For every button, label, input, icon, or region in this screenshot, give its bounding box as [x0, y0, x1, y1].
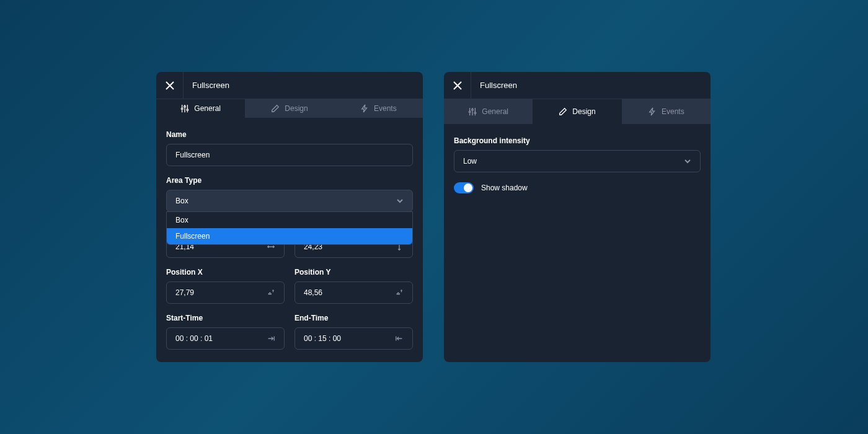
- svg-point-3: [469, 111, 471, 113]
- panel-header: Fullscreen: [444, 72, 711, 99]
- start-time-input[interactable]: 00 : 00 : 01: [166, 327, 285, 350]
- tab-events[interactable]: Events: [334, 99, 423, 118]
- field-area-type: Area Type Box Box Fullscreen: [166, 176, 413, 212]
- pos-y-icon: [395, 288, 404, 297]
- svg-point-5: [474, 112, 476, 114]
- sliders-icon: [468, 107, 477, 116]
- field-pos-x: Position X 27,79: [166, 268, 285, 304]
- name-input[interactable]: Fullscreen: [166, 144, 413, 166]
- properties-panel-general: Fullscreen General Design Events Name Fu…: [156, 72, 423, 362]
- sliders-icon: [180, 104, 189, 113]
- tab-events[interactable]: Events: [622, 99, 711, 124]
- svg-point-2: [187, 109, 188, 111]
- close-icon: [453, 81, 462, 90]
- pos-y-input[interactable]: 48,56: [294, 281, 413, 304]
- field-label: Name: [166, 130, 413, 139]
- field-label: End-Time: [294, 314, 413, 322]
- toggle-knob: [464, 184, 472, 192]
- row-position: Position X 27,79 Position Y 48,56: [166, 268, 413, 304]
- svg-point-1: [184, 106, 186, 108]
- bg-intensity-select[interactable]: Low: [454, 150, 701, 172]
- field-show-shadow: Show shadow: [454, 182, 701, 193]
- input-value: 27,79: [175, 288, 194, 297]
- start-time-icon: [267, 334, 275, 343]
- input-value: Fullscreen: [175, 151, 210, 159]
- tab-label: General: [194, 104, 221, 113]
- chevron-down-icon: [684, 157, 691, 165]
- panel-header: Fullscreen: [156, 72, 423, 99]
- properties-panel-design: Fullscreen General Design Events Backgro…: [444, 72, 711, 362]
- field-bg-intensity: Background intensity Low: [454, 136, 701, 172]
- field-label: Start-Time: [166, 314, 285, 322]
- pos-x-input[interactable]: 27,79: [166, 281, 285, 304]
- toggle-label: Show shadow: [481, 184, 528, 192]
- tab-general[interactable]: General: [444, 99, 533, 124]
- end-time-input[interactable]: 00 : 15 : 00: [294, 327, 413, 350]
- tabs: General Design Events: [444, 99, 711, 124]
- pencil-icon: [559, 107, 567, 116]
- select-value: Low: [463, 157, 477, 166]
- input-value: 00 : 15 : 00: [304, 334, 341, 343]
- dropdown-option-fullscreen[interactable]: Fullscreen: [167, 228, 412, 244]
- dropdown-option-box[interactable]: Box: [167, 212, 412, 228]
- tab-general[interactable]: General: [156, 99, 245, 118]
- field-name: Name Fullscreen: [166, 130, 413, 166]
- tab-label: General: [482, 107, 508, 116]
- panel-title: Fullscreen: [184, 81, 229, 90]
- tab-design[interactable]: Design: [533, 99, 621, 124]
- end-time-icon: [395, 334, 404, 343]
- field-label: Position X: [166, 268, 285, 277]
- field-label: Position Y: [294, 268, 413, 277]
- field-start-time: Start-Time 00 : 00 : 01: [166, 314, 285, 350]
- field-pos-y: Position Y 48,56: [294, 268, 413, 304]
- svg-point-0: [182, 108, 184, 110]
- pencil-icon: [271, 104, 280, 113]
- bolt-icon: [360, 104, 369, 113]
- input-value: 00 : 00 : 01: [175, 334, 213, 343]
- area-type-dropdown: Box Fullscreen: [166, 211, 413, 245]
- panel-body: Background intensity Low Show shadow: [444, 124, 711, 206]
- panel-body: Name Fullscreen Area Type Box Box Fullsc…: [156, 118, 423, 362]
- row-time: Start-Time 00 : 00 : 01 End-Time 00 : 15…: [166, 314, 413, 350]
- tab-label: Design: [285, 104, 308, 113]
- field-label: Area Type: [166, 176, 413, 185]
- panel-title: Fullscreen: [471, 81, 517, 90]
- close-button[interactable]: [444, 72, 471, 99]
- chevron-down-icon: [396, 197, 404, 205]
- field-label: Background intensity: [454, 136, 701, 145]
- show-shadow-toggle[interactable]: [454, 182, 474, 193]
- field-end-time: End-Time 00 : 15 : 00: [294, 314, 413, 350]
- bolt-icon: [648, 107, 657, 116]
- svg-point-4: [472, 109, 474, 111]
- tab-design[interactable]: Design: [245, 99, 334, 118]
- select-value: Box: [175, 197, 188, 205]
- tab-label: Events: [662, 107, 684, 116]
- area-type-select[interactable]: Box: [166, 190, 413, 212]
- pos-x-icon: [267, 288, 275, 297]
- close-icon: [166, 81, 174, 90]
- close-button[interactable]: [156, 72, 184, 99]
- tab-label: Events: [374, 104, 397, 113]
- input-value: 48,56: [304, 288, 322, 297]
- tabs: General Design Events: [156, 99, 423, 118]
- tab-label: Design: [572, 107, 595, 116]
